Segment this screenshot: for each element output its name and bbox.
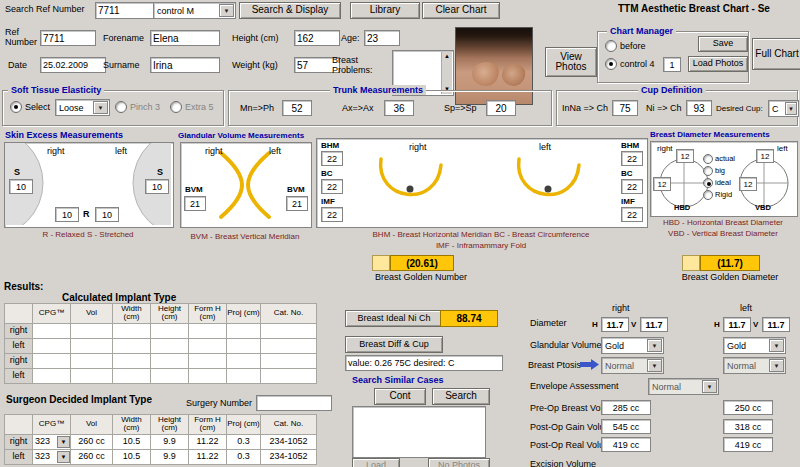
elasticity-select-radio[interactable]: Select: [10, 101, 50, 113]
surgery-number-input[interactable]: [256, 395, 332, 411]
chevron-down-icon[interactable]: ▼: [93, 101, 108, 114]
imf-left-field[interactable]: 22: [621, 207, 643, 222]
chevron-down-icon[interactable]: ▼: [219, 4, 234, 17]
chevron-down-icon[interactable]: ▼: [647, 339, 662, 352]
hbd-left-field[interactable]: 12: [739, 177, 757, 191]
imf-right-field[interactable]: 22: [321, 207, 343, 222]
clear-chart-button[interactable]: Clear Chart: [422, 2, 500, 19]
diameter-big-radio[interactable]: big: [703, 166, 725, 176]
diameter-ideal-radio[interactable]: ideal: [703, 178, 731, 188]
calculated-implant-table: CPG™ Vol Width (cm) Height (cm) Form H (…: [4, 303, 317, 384]
extra-radio[interactable]: Extra 5: [170, 101, 214, 113]
search-display-button[interactable]: Search & Display: [239, 2, 341, 19]
forename-field[interactable]: Elena: [150, 30, 220, 46]
before-radio[interactable]: before: [605, 40, 646, 52]
vbd-left-field[interactable]: 12: [756, 149, 774, 163]
pinch-radio-label: Pinch 3: [130, 102, 160, 112]
window-title: TTM Aesthetic Breast Chart - Se: [618, 3, 770, 15]
breast-ideal-value: 88.74: [440, 310, 498, 327]
table-row: right 323 ▼ 260 cc 10.5 9.9 11.22 0.3 23…: [5, 434, 317, 449]
trunk-f1-field[interactable]: 52: [282, 100, 312, 116]
bc-right-field[interactable]: 22: [321, 179, 343, 194]
view-photos-button[interactable]: View Photos: [545, 47, 597, 77]
ptosis-left-select[interactable]: Normal ▼: [723, 357, 786, 374]
age-field[interactable]: 23: [364, 30, 400, 46]
elasticity-select[interactable]: Loose ▼: [55, 99, 110, 116]
cpg-select[interactable]: 323 ▼: [33, 451, 70, 463]
glandular-right-select[interactable]: Gold ▼: [601, 337, 664, 354]
chevron-down-icon[interactable]: ▼: [647, 359, 662, 372]
vol-cell: 260 cc: [71, 434, 113, 449]
calc-cell: [151, 353, 189, 368]
hbd-right-field[interactable]: 12: [653, 177, 671, 191]
load-button[interactable]: Load: [352, 458, 400, 467]
chevron-down-icon[interactable]: ▼: [769, 359, 784, 372]
similar-cases-listbox[interactable]: [352, 406, 486, 458]
chevron-down-icon[interactable]: ▼: [57, 436, 70, 448]
s-label: S: [14, 167, 20, 177]
header-cpg: CPG™: [33, 415, 71, 435]
bhm-left-field[interactable]: 22: [621, 151, 643, 166]
bvm-left-field[interactable]: 21: [286, 196, 308, 211]
gain-right-value: 545 cc: [601, 419, 651, 434]
cup-f2-field[interactable]: 93: [686, 100, 712, 116]
glandular-left-select[interactable]: Gold ▼: [723, 337, 786, 354]
ptosis-right-select[interactable]: Normal ▼: [601, 357, 664, 374]
diameter-right-h: 11.7: [601, 317, 629, 332]
scroll-up-icon[interactable]: ▲: [442, 52, 452, 61]
control-select[interactable]: control M ▼: [153, 2, 236, 19]
save-button[interactable]: Save: [698, 36, 748, 52]
chevron-down-icon[interactable]: ▼: [769, 339, 784, 352]
radio-icon: [170, 101, 182, 113]
r-right-field[interactable]: 10: [55, 207, 79, 222]
chevron-down-icon[interactable]: ▼: [702, 380, 717, 393]
formh-cell: 11.22: [189, 434, 227, 449]
library-button[interactable]: Library: [350, 2, 420, 19]
date-field[interactable]: 25.02.2009: [40, 57, 106, 73]
cup-f1-field[interactable]: 75: [612, 100, 638, 116]
pinch-radio[interactable]: Pinch 3: [115, 101, 160, 113]
chevron-down-icon[interactable]: ▼: [57, 451, 70, 463]
left-side-label: left: [777, 144, 788, 153]
bc-left-field[interactable]: 22: [621, 179, 643, 194]
height-cell: 9.9: [151, 449, 189, 464]
trunk-f2-field[interactable]: 36: [384, 100, 414, 116]
chevron-down-icon[interactable]: ▼: [785, 102, 797, 115]
radio-icon: [115, 101, 127, 113]
proj-cell: 0.3: [227, 449, 261, 464]
actual-radio-label: actual: [715, 155, 735, 164]
radio-icon: [703, 190, 713, 200]
search-ref-input[interactable]: 7711: [95, 2, 155, 19]
height-field[interactable]: 162: [294, 30, 340, 46]
surname-field[interactable]: Irina: [150, 57, 220, 73]
vbd-right-field[interactable]: 12: [676, 149, 694, 163]
left-side-label: left: [115, 146, 127, 156]
diameter-actual-radio[interactable]: actual: [703, 154, 735, 164]
ref-number-field[interactable]: 7711: [40, 30, 96, 46]
cpg-select-value: 323: [35, 437, 50, 446]
calc-cell: [71, 368, 113, 383]
cpg-select[interactable]: 323 ▼: [33, 436, 70, 448]
s-right-field[interactable]: 10: [9, 179, 33, 194]
breast-diff-label: Breast Diff & Cup: [345, 336, 443, 353]
bvm-label: BVM: [287, 185, 305, 194]
trunk-f3-field[interactable]: 20: [486, 100, 516, 116]
desired-cup-select[interactable]: C ▼: [768, 100, 799, 117]
load-photos-button[interactable]: Load Photos: [688, 56, 748, 72]
surname-label: Surname: [103, 60, 140, 70]
cont-button[interactable]: Cont: [374, 388, 426, 405]
no-photos-button[interactable]: No Photos: [428, 458, 490, 467]
envelope-select[interactable]: Normal ▼: [648, 378, 719, 395]
scrollbar[interactable]: ▲ ▼: [441, 52, 452, 94]
control-number-field[interactable]: 1: [663, 57, 681, 72]
full-chart-button[interactable]: Full Chart: [752, 38, 800, 70]
bhm-right-field[interactable]: 22: [321, 151, 343, 166]
s-left-field[interactable]: 10: [145, 179, 169, 194]
radio-icon: [703, 154, 713, 164]
search-similar-title: Search Similar Cases: [352, 375, 444, 385]
diameter-rigid-radio[interactable]: Rigid: [703, 190, 732, 200]
control-radio[interactable]: control 4: [605, 58, 655, 70]
bvm-right-field[interactable]: 21: [184, 196, 206, 211]
search-button[interactable]: Search: [432, 388, 490, 405]
r-left-field[interactable]: 10: [95, 207, 119, 222]
